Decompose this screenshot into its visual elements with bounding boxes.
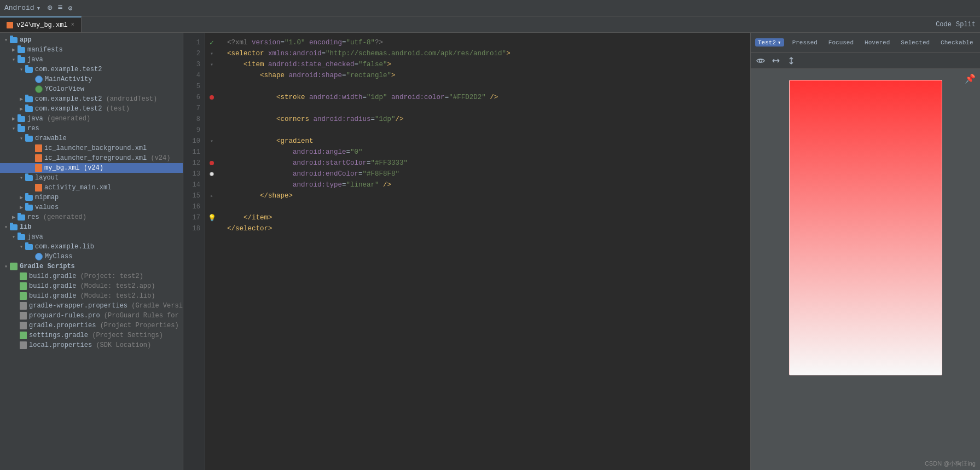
line-num-15: 15 [183, 190, 205, 201]
gutter-line-6 [205, 92, 218, 103]
gutter-line-3: ▾ [205, 59, 218, 70]
code-line-2: <selector xmlns:android="http://schemas.… [227, 48, 750, 59]
sidebar-item-java-gen[interactable]: ▶ java (generated) [0, 114, 183, 124]
sidebar-item-main-activity[interactable]: MainActivity [0, 74, 183, 84]
code-line-1: <?xml version="1.0" encoding="utf-8"?> [227, 37, 750, 48]
sidebar-label-test: com.example.test2 (test) [35, 105, 130, 113]
class-icon-blue [35, 76, 43, 83]
settings-icon[interactable]: ⚙ [68, 4, 72, 13]
gutter-line-2: ▾ [205, 48, 218, 59]
folder-icon [18, 214, 25, 221]
expand-arrow: ▾ [10, 125, 18, 132]
expand-arrow: ▾ [18, 243, 25, 251]
sidebar-item-myclass[interactable]: MyClass [0, 252, 183, 262]
test2-selector[interactable]: Test2 ▾ [755, 38, 784, 47]
sidebar-label-layout: layout [35, 174, 59, 182]
sidebar-label-gradle-properties: gradle.properties (Project Properties) [29, 322, 179, 329]
bulb-icon[interactable]: 💡 [208, 214, 216, 222]
file-icon-xml [35, 154, 42, 162]
line-numbers: 1 2 3 4 5 6 7 8 9 10 11 12 13 14 15 16 1… [183, 33, 205, 470]
android-dropdown-arrow[interactable]: ▾ [37, 4, 41, 13]
sidebar-item-settings-gradle[interactable]: settings.gradle (Project Settings) [0, 330, 183, 340]
state-hovered[interactable]: Hovered [861, 38, 894, 48]
sidebar-item-lib[interactable]: ▾ lib [0, 222, 183, 232]
code-line-8: <corners android:radius="1dp"/> [227, 114, 750, 125]
state-focused[interactable]: Focused [825, 38, 857, 48]
sidebar-item-test[interactable]: ▶ com.example.test2 (test) [0, 104, 183, 114]
sidebar-item-build-gradle-app[interactable]: build.gradle (Module: test2.app) [0, 281, 183, 291]
sidebar-item-android-test[interactable]: ▶ com.example.test2 (androidTest) [0, 94, 183, 104]
sidebar-item-activity-main[interactable]: activity_main.xml [0, 183, 183, 193]
state-selected[interactable]: Selected [897, 38, 933, 48]
resize-vertical-icon[interactable] [786, 55, 797, 66]
sidebar-label-gradle-wrapper: gradle-wrapper.properties (Gradle Versio… [29, 302, 183, 310]
code-line-13: android:endColor="#F8F8F8" [227, 169, 750, 179]
sidebar-item-mipmap[interactable]: ▶ mipmap [0, 193, 183, 202]
state-checkable[interactable]: Checkable [937, 38, 976, 48]
state-pressed[interactable]: Pressed [788, 38, 821, 48]
sidebar-item-build-gradle-project[interactable]: build.gradle (Project: test2) [0, 271, 183, 281]
sidebar-label-res-gen: res (generated) [27, 213, 86, 221]
gradle-icon [10, 263, 18, 270]
sidebar-label-my-bg: my_bg.xml (v24) [44, 164, 103, 172]
eye-icon[interactable] [755, 55, 766, 66]
sidebar-item-values[interactable]: ▶ values [0, 202, 183, 212]
expand-arrow: ▾ [10, 56, 18, 63]
sidebar-item-ic-launcher-foreground[interactable]: ic_launcher_foreground.xml (v24) [0, 153, 183, 163]
folder-icon [25, 96, 33, 102]
code-editor[interactable]: <?xml version="1.0" encoding="utf-8"?> <… [218, 33, 750, 470]
gutter-line-18 [205, 223, 218, 234]
globe-icon[interactable]: ⊕ [47, 3, 52, 13]
sidebar-item-java-lib[interactable]: ▾ java [0, 232, 183, 242]
sidebar-label-ic-launcher-background: ic_launcher_background.xml [44, 144, 147, 152]
sidebar-item-proguard[interactable]: proguard-rules.pro (ProGuard Rules for t… [0, 311, 183, 321]
sidebar-item-gradle-properties[interactable]: gradle.properties (Project Properties) [0, 321, 183, 330]
sidebar-item-gradle-wrapper[interactable]: gradle-wrapper.properties (Gradle Versio… [0, 301, 183, 311]
sidebar-label-activity-main: activity_main.xml [44, 184, 111, 192]
expand-arrow: ▾ [2, 223, 10, 231]
expand-arrow: ▾ [18, 66, 25, 73]
sidebar-item-local-properties[interactable]: local.properties (SDK Location) [0, 340, 183, 350]
color-dot-white [210, 172, 214, 176]
gutter-line-13 [205, 169, 218, 179]
resize-horizontal-icon[interactable] [770, 55, 781, 66]
sidebar-item-res[interactable]: ▾ res [0, 124, 183, 134]
sidebar-item-java[interactable]: ▾ java [0, 55, 183, 65]
pin-icon[interactable]: 📌 [965, 73, 976, 84]
expand-arrow: ▶ [18, 194, 25, 201]
sidebar-item-my-bg[interactable]: my_bg.xml (v24) [0, 163, 183, 173]
sidebar-label-android-test: com.example.test2 (androidTest) [35, 95, 157, 103]
sidebar-item-manifests[interactable]: ▶ manifests [0, 45, 183, 55]
right-toolbar: Code Split [936, 21, 980, 28]
code-view-btn[interactable]: Code [936, 21, 952, 28]
sidebar-item-ic-launcher-background[interactable]: ic_launcher_background.xml [0, 143, 183, 153]
folder-icon [18, 126, 25, 132]
sidebar-item-ycolorview[interactable]: YColorView [0, 84, 183, 94]
sidebar-item-res-gen[interactable]: ▶ res (generated) [0, 212, 183, 222]
split-view-btn[interactable]: Split [956, 21, 976, 28]
sidebar-item-gradle-scripts[interactable]: ▾ Gradle Scripts [0, 262, 183, 271]
sidebar-item-build-gradle-lib[interactable]: build.gradle (Module: test2.lib) [0, 291, 183, 301]
sidebar-item-drawable[interactable]: ▾ drawable [0, 134, 183, 143]
tab-my-bg-xml[interactable]: v24\my_bg.xml × [0, 16, 82, 32]
layout-icon[interactable]: ≡ [57, 3, 62, 13]
folder-icon [18, 234, 25, 240]
expand-arrow: ▶ [10, 46, 18, 54]
sidebar-item-com-example-test2[interactable]: ▾ com.example.test2 [0, 65, 183, 74]
sidebar-label-values: values [35, 204, 59, 211]
editor-area: 1 2 3 4 5 6 7 8 9 10 11 12 13 14 15 16 1… [183, 33, 750, 470]
folder-icon [25, 67, 33, 73]
sidebar-item-app[interactable]: ▾ app [0, 35, 183, 45]
sidebar-item-com-example-lib[interactable]: ▾ com.example.lib [0, 242, 183, 252]
breakpoint-dot [210, 95, 214, 100]
code-line-17: </item> [227, 212, 750, 223]
gutter-line-16 [205, 201, 218, 212]
top-right-actions: Code Split [936, 21, 980, 28]
sidebar-label-local-properties: local.properties (SDK Location) [29, 341, 151, 349]
properties-file-icon [20, 312, 27, 320]
android-selector[interactable]: Android ▾ [4, 4, 40, 13]
code-line-4: <shape android:shape="rectangle"> [227, 70, 750, 81]
sidebar-item-layout[interactable]: ▾ layout [0, 173, 183, 183]
sidebar-label-ycolorview: YColorView [45, 85, 84, 93]
tab-close-button[interactable]: × [71, 22, 74, 28]
